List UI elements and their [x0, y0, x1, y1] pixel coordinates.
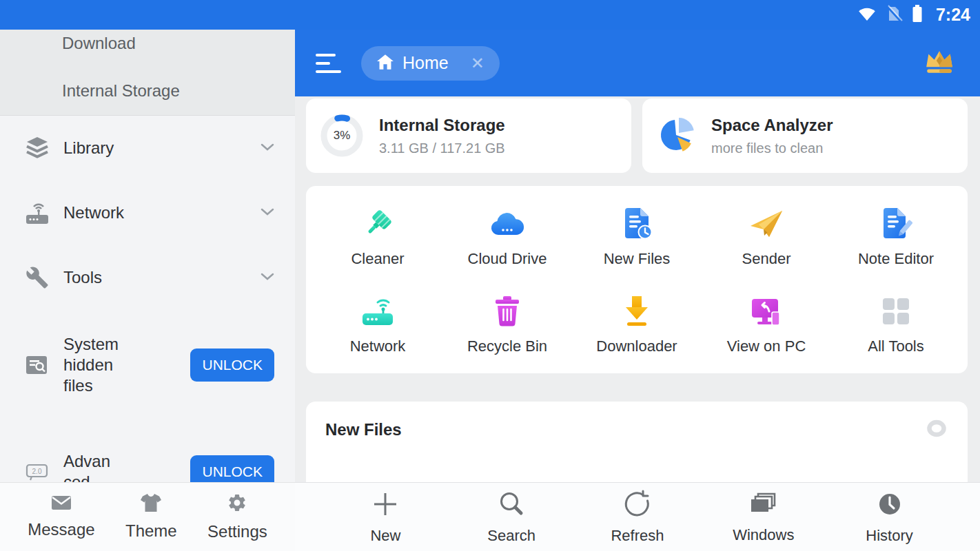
toolbar-refresh[interactable]: Refresh [596, 490, 679, 545]
sidebar-item-label: Network [63, 203, 124, 222]
toolbar-new[interactable]: New [344, 490, 427, 545]
tshirt-icon [140, 493, 162, 515]
tool-note-editor[interactable]: Note Editor [831, 207, 961, 268]
cleaner-icon [360, 207, 395, 241]
bottom-toolbar: New Search Refresh Windows [295, 482, 980, 551]
footer-item-theme[interactable]: Theme [125, 493, 177, 541]
status-bar: 7:24 [0, 0, 980, 30]
envelope-icon [51, 495, 72, 514]
sidebar-item-label: System hidden files [63, 334, 145, 396]
tool-new-files[interactable]: New Files [572, 207, 702, 268]
tool-label: Note Editor [858, 250, 934, 268]
status-time: 7:24 [936, 5, 970, 25]
usb-2.0-icon: 2.0 [23, 460, 51, 482]
svg-text:2.0: 2.0 [32, 468, 42, 475]
toolbar-label: Refresh [611, 527, 664, 545]
toolbar-history[interactable]: History [848, 490, 931, 545]
sidebar-footer: Message Theme Settings [0, 482, 295, 551]
footer-item-label: Settings [207, 522, 267, 541]
footer-item-label: Theme [125, 521, 177, 541]
sidebar-item-system-hidden-files[interactable]: System hidden files UNLOCK [0, 310, 295, 420]
sidebar-drawer: Download Internal Storage Library [0, 30, 295, 482]
storage-progress-ring: 3% [320, 114, 364, 158]
tool-network[interactable]: Network [313, 294, 442, 355]
analyzer-subtitle: more files to clean [711, 141, 833, 156]
storage-usage: 3.11 GB / 117.21 GB [379, 141, 505, 156]
card-title: Internal Storage [379, 116, 505, 135]
chevron-down-icon [261, 271, 274, 284]
plus-icon [371, 490, 400, 521]
magnifier-icon [497, 490, 526, 521]
sidebar-item-tools[interactable]: Tools [0, 245, 295, 310]
sidebar-item-internal-storage[interactable]: Internal Storage [0, 70, 295, 112]
storage-section: Download Internal Storage [0, 30, 295, 116]
chevron-down-icon [261, 142, 274, 154]
tool-all-tools[interactable]: All Tools [831, 294, 961, 355]
tool-cleaner[interactable]: Cleaner [313, 207, 442, 268]
card-title: Space Analyzer [711, 116, 833, 135]
cloud-icon [489, 207, 525, 241]
sim-disabled-icon [885, 4, 903, 26]
footer-item-label: Message [28, 520, 94, 539]
tab-home-label: Home [402, 53, 449, 73]
toolbar-label: Search [487, 527, 535, 545]
sidebar-item-library[interactable]: Library [0, 116, 295, 180]
tool-label: Network [350, 337, 406, 355]
note-editor-icon [879, 207, 912, 241]
sidebar-item-advanced[interactable]: 2.0 Advanced UNLOCK [0, 420, 295, 482]
unlock-button[interactable]: UNLOCK [190, 455, 274, 482]
gear-icon [227, 492, 247, 516]
tool-label: New Files [604, 250, 671, 268]
footer-item-settings[interactable]: Settings [207, 492, 267, 541]
app-header: Home ✕ [295, 30, 980, 96]
router-icon [23, 200, 51, 225]
tab-home[interactable]: Home ✕ [361, 46, 500, 81]
view-on-pc-icon [748, 294, 784, 329]
home-icon [376, 54, 394, 73]
battery-icon [911, 3, 923, 27]
windows-stack-icon [748, 490, 779, 521]
tool-cloud-drive[interactable]: Cloud Drive [442, 207, 572, 268]
paper-plane-icon [748, 207, 784, 241]
tool-label: Cleaner [351, 250, 404, 268]
visibility-eye-icon[interactable] [925, 419, 948, 440]
menu-icon[interactable] [316, 54, 343, 73]
sidebar-item-label: Tools [63, 268, 102, 287]
tool-downloader[interactable]: Downloader [572, 294, 702, 355]
toolbar-label: New [370, 527, 400, 545]
tab-close-icon[interactable]: ✕ [471, 54, 484, 73]
network-router-icon [360, 294, 396, 329]
unlock-button[interactable]: UNLOCK [190, 349, 274, 382]
tool-label: Downloader [596, 337, 677, 355]
sidebar-item-download[interactable]: Download [0, 30, 295, 70]
tool-sender[interactable]: Sender [702, 207, 831, 268]
sidebar-item-label: Library [63, 138, 114, 158]
new-files-panel: New Files [306, 402, 968, 482]
sidebar-item-label: Download [62, 34, 136, 53]
list-search-icon [23, 354, 51, 376]
premium-crown-icon[interactable] [923, 49, 955, 78]
grid-icon [881, 294, 911, 329]
space-analyzer-card[interactable]: Space Analyzer more files to clean [642, 98, 968, 173]
footer-item-message[interactable]: Message [28, 495, 94, 539]
tool-view-on-pc[interactable]: View on PC [702, 294, 831, 355]
toolbar-windows[interactable]: Windows [722, 490, 805, 544]
tool-recycle-bin[interactable]: Recycle Bin [442, 294, 572, 355]
download-arrow-icon [622, 294, 652, 329]
new-files-icon [621, 207, 653, 241]
toolbar-label: Windows [733, 526, 794, 544]
sidebar-item-network[interactable]: Network [0, 180, 295, 245]
tool-label: Cloud Drive [468, 250, 547, 268]
layers-icon [23, 136, 51, 160]
chevron-down-icon [261, 207, 274, 219]
tool-label: All Tools [868, 337, 924, 355]
main-content: 3% Internal Storage 3.11 GB / 117.21 GB … [295, 96, 980, 482]
refresh-icon [623, 490, 652, 521]
pie-chart-icon [656, 114, 696, 157]
internal-storage-card[interactable]: 3% Internal Storage 3.11 GB / 117.21 GB [306, 98, 631, 173]
wrench-icon [23, 266, 51, 289]
trash-icon [493, 294, 522, 329]
tools-panel: Cleaner Cloud Drive [306, 186, 968, 373]
toolbar-search[interactable]: Search [470, 490, 553, 545]
sidebar-item-label: Internal Storage [62, 81, 180, 101]
